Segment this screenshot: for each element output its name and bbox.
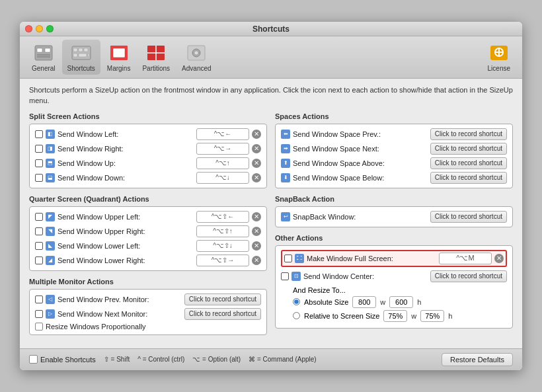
other-section: Other Actions ⛶ Make Window Full Screen:… <box>275 234 513 329</box>
split-up-clear[interactable]: ✕ <box>252 159 261 168</box>
split-left-icon[interactable]: ◧ <box>46 130 55 139</box>
space-above-shortcut[interactable]: Click to record shortcut <box>430 157 507 169</box>
rel-width-field[interactable] <box>383 310 407 322</box>
tab-shortcuts[interactable]: Shortcuts <box>62 40 100 75</box>
toolbar: General Shortcuts <box>20 36 522 79</box>
q-ll-icon[interactable]: ◣ <box>46 241 55 251</box>
tab-license[interactable]: License <box>483 40 516 75</box>
restore-defaults-button[interactable]: Restore Defaults <box>442 353 513 366</box>
svg-rect-6 <box>73 48 77 52</box>
fullscreen-shortcut[interactable]: ^⌥M <box>439 253 492 264</box>
minimize-button[interactable] <box>36 25 43 32</box>
split-up-icon[interactable]: ⬒ <box>46 159 55 168</box>
split-down-icon[interactable]: ⬓ <box>46 173 55 182</box>
q-ur-icon[interactable]: ◥ <box>46 227 55 236</box>
space-next-shortcut[interactable]: Click to record shortcut <box>430 143 507 155</box>
q-ul-checkbox[interactable] <box>35 213 43 221</box>
split-right-icon[interactable]: ◨ <box>46 144 55 153</box>
prev-monitor-label: Send Window Prev. Monitor: <box>58 295 182 303</box>
right-column: Spaces Actions ⬅ Send Window Space Prev.… <box>275 112 513 342</box>
q-lr-checkbox[interactable] <box>35 256 43 264</box>
split-right-shortcut[interactable]: ^⌥→ <box>196 143 249 155</box>
q-ul-clear[interactable]: ✕ <box>252 212 261 221</box>
split-right-checkbox[interactable] <box>35 145 43 153</box>
q-ll-shortcut[interactable]: ^⌥⇧↓ <box>196 240 249 252</box>
split-down-checkbox[interactable] <box>35 174 43 182</box>
q-lr-icon[interactable]: ◢ <box>46 256 55 265</box>
split-down-clear[interactable]: ✕ <box>252 173 261 182</box>
split-left-checkbox[interactable] <box>35 130 43 138</box>
shortcuts-label: Shortcuts <box>67 65 95 72</box>
q-lr-shortcut[interactable]: ^⌥⇧→ <box>196 255 249 266</box>
tab-margins[interactable]: Margins <box>102 40 136 75</box>
table-row: ◁ Send Window Prev. Monitor: Click to re… <box>35 294 261 305</box>
resize-subsection: And Resize To... Absolute Size w h <box>281 286 507 322</box>
zoom-button[interactable] <box>46 25 54 32</box>
fullscreen-icon[interactable]: ⛶ <box>295 254 304 263</box>
toolbar-left: General Shortcuts <box>26 40 217 75</box>
space-prev-shortcut[interactable]: Click to record shortcut <box>430 128 507 140</box>
q-ur-shortcut[interactable]: ^⌥⇧↑ <box>196 225 249 237</box>
prev-monitor-icon[interactable]: ◁ <box>46 295 55 304</box>
tab-general[interactable]: General <box>26 40 61 75</box>
rel-height-field[interactable] <box>420 310 444 322</box>
enable-shortcuts-checkbox[interactable] <box>29 355 38 364</box>
split-down-shortcut[interactable]: ^⌥↓ <box>196 172 249 184</box>
partitions-icon <box>145 42 167 63</box>
q-ll-clear[interactable]: ✕ <box>252 241 261 251</box>
absolute-size-radio[interactable] <box>293 298 300 305</box>
relative-size-radio[interactable] <box>293 312 300 319</box>
resize-proportionally-checkbox[interactable] <box>35 323 43 331</box>
snapback-actions-box: ↩ SnapBack Window: Click to record short… <box>275 206 513 227</box>
space-prev-label: Send Window Space Prev.: <box>293 130 428 138</box>
next-monitor-checkbox[interactable] <box>35 310 43 318</box>
space-prev-icon[interactable]: ⬅ <box>281 130 290 139</box>
space-below-icon[interactable]: ⬇ <box>281 173 290 182</box>
split-up-shortcut[interactable]: ^⌥↑ <box>196 157 249 169</box>
width-field[interactable] <box>352 296 376 308</box>
other-actions-box: ⛶ Make Window Full Screen: ^⌥M ✕ ⊡ Send … <box>275 245 513 329</box>
license-icon <box>488 42 510 63</box>
next-monitor-icon[interactable]: ▷ <box>46 309 55 319</box>
q-lr-clear[interactable]: ✕ <box>252 256 261 265</box>
height-field[interactable] <box>389 296 413 308</box>
window-title: Shortcuts <box>252 24 290 34</box>
split-up-checkbox[interactable] <box>35 159 43 167</box>
space-below-label: Send Window Space Below: <box>293 174 428 182</box>
table-row: ⛶ Make Window Full Screen: ^⌥M ✕ <box>281 250 507 267</box>
svg-rect-1 <box>37 48 42 52</box>
table-row: ⬅ Send Window Space Prev.: Click to reco… <box>281 128 507 140</box>
split-right-clear[interactable]: ✕ <box>252 144 261 153</box>
split-left-clear[interactable]: ✕ <box>252 130 261 139</box>
table-row: ⊡ Send Window Center: Click to record sh… <box>281 270 507 282</box>
q-ul-shortcut[interactable]: ^⌥⇧← <box>196 211 249 223</box>
split-screen-section: Split Screen Actions ◧ Send Window Left:… <box>29 112 267 188</box>
prev-monitor-shortcut[interactable]: Click to record shortcut <box>184 294 261 305</box>
content-area: Shortcuts perform a SizeUp action on the… <box>20 79 522 348</box>
next-monitor-shortcut[interactable]: Click to record shortcut <box>184 308 261 320</box>
absolute-size-row: Absolute Size w h <box>281 296 507 308</box>
q-ll-checkbox[interactable] <box>35 242 43 250</box>
enable-shortcuts-label: Enable Shortcuts <box>40 356 96 364</box>
table-row: ⬆ Send Window Space Above: Click to reco… <box>281 157 507 169</box>
space-next-icon[interactable]: ➡ <box>281 144 290 153</box>
q-ur-clear[interactable]: ✕ <box>252 227 261 236</box>
snapback-icon[interactable]: ↩ <box>281 212 290 221</box>
center-shortcut[interactable]: Click to record shortcut <box>430 270 507 282</box>
close-button[interactable] <box>25 25 32 32</box>
prev-monitor-checkbox[interactable] <box>35 295 43 303</box>
center-icon[interactable]: ⊡ <box>291 272 301 281</box>
space-below-shortcut[interactable]: Click to record shortcut <box>430 172 507 184</box>
q-ur-checkbox[interactable] <box>35 227 43 235</box>
tab-advanced[interactable]: Advanced <box>176 40 216 75</box>
fullscreen-checkbox[interactable] <box>284 255 292 262</box>
q-ll-label: Send Window Lower Left: <box>58 242 194 250</box>
split-left-shortcut[interactable]: ^⌥← <box>196 128 249 140</box>
q-ul-icon[interactable]: ◤ <box>46 212 55 221</box>
snapback-shortcut[interactable]: Click to record shortcut <box>430 211 507 223</box>
split-down-label: Send Window Down: <box>58 174 194 182</box>
tab-partitions[interactable]: Partitions <box>137 40 175 75</box>
space-above-icon[interactable]: ⬆ <box>281 159 290 168</box>
center-checkbox[interactable] <box>281 272 289 280</box>
fullscreen-clear[interactable]: ✕ <box>494 254 504 263</box>
